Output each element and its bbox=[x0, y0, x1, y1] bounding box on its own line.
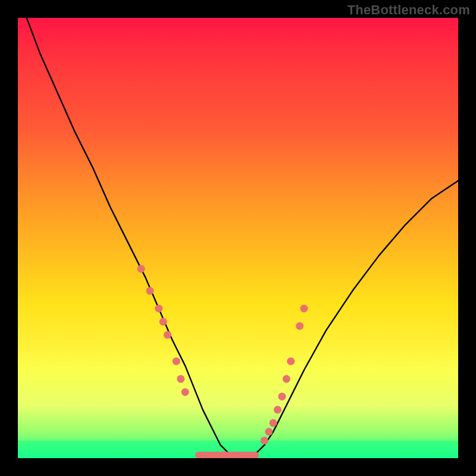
marker-dot-left bbox=[146, 287, 154, 295]
plot-area bbox=[18, 18, 458, 458]
marker-dot-left bbox=[164, 331, 171, 339]
marker-dot-right bbox=[283, 375, 290, 383]
marker-dot-right bbox=[261, 437, 268, 444]
marker-dot-left bbox=[177, 375, 184, 383]
marker-dot-left bbox=[181, 389, 189, 396]
chart-svg bbox=[18, 18, 458, 458]
marker-dot-left bbox=[173, 358, 180, 365]
marker-dot-right bbox=[296, 322, 303, 330]
marker-dot-right bbox=[270, 419, 277, 427]
marker-dot-left bbox=[155, 305, 162, 312]
marker-dot-right bbox=[300, 305, 308, 312]
marker-dot-right bbox=[274, 406, 281, 414]
marker-dot-right bbox=[265, 428, 273, 436]
chart-frame: TheBottleneck.com bbox=[0, 0, 476, 476]
marker-dot-left bbox=[159, 318, 167, 325]
marker-dot-right bbox=[278, 393, 286, 400]
marker-dot-right bbox=[287, 358, 295, 365]
bottleneck-curve bbox=[27, 18, 458, 456]
marker-dot-left bbox=[137, 265, 145, 273]
watermark-text: TheBottleneck.com bbox=[347, 2, 470, 18]
